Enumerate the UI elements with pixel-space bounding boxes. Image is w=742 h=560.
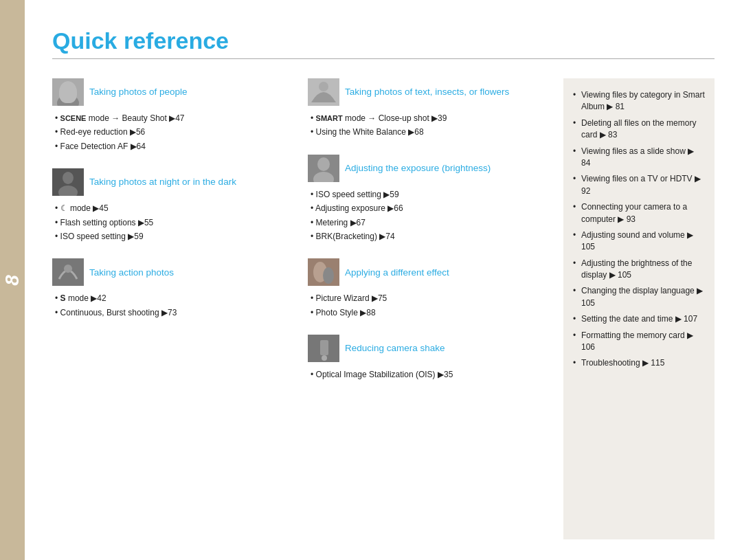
list-item: Optical Image Stabilization (OIS) ▶35: [311, 368, 550, 381]
svg-point-15: [323, 267, 334, 284]
section-exposure-items: ISO speed setting ▶59 Adjusting exposure…: [308, 188, 550, 244]
list-item: Setting the date and time ▶ 107: [573, 313, 705, 325]
list-item: ☾ mode ▶45: [55, 201, 294, 215]
svg-rect-0: [52, 78, 84, 106]
list-item: Continuous, Burst shooting ▶73: [55, 306, 294, 320]
section-night: Taking photos at night or in the dark ☾ …: [52, 168, 294, 243]
chapter-tab: 8: [0, 0, 25, 560]
right-panel-list: Viewing files by category in Smart Album…: [573, 89, 705, 370]
title-divider: [52, 58, 715, 59]
section-effect: Applying a different effect Picture Wiza…: [308, 258, 550, 320]
list-item: ISO speed setting ▶59: [55, 229, 294, 243]
thumb-shake: [308, 335, 339, 362]
section-insects: Taking photos of text, insects, or flowe…: [308, 78, 550, 139]
thumb-shake-img: [308, 335, 339, 362]
section-night-title: Taking photos at night or in the dark: [89, 176, 236, 188]
section-insects-items: SMART mode → Close-up shot ▶39 Using the…: [308, 111, 550, 139]
section-shake-header: Reducing camera shake: [308, 335, 550, 362]
list-item: Picture Wizard ▶75: [311, 291, 550, 305]
page-title: Quick reference: [52, 27, 715, 54]
section-exposure: Adjusting the exposure (brightness) ISO …: [308, 155, 550, 244]
list-item: SMART mode → Close-up shot ▶39: [311, 111, 550, 125]
list-item: Face Detection AF ▶64: [55, 139, 294, 153]
svg-point-2: [57, 95, 79, 106]
section-action: Taking action photos S mode ▶42 Continuo…: [52, 258, 294, 320]
list-item: BRK(Bracketing) ▶74: [311, 229, 550, 243]
section-night-items: ☾ mode ▶45 Flash setting options ▶55 ISO…: [52, 201, 294, 243]
thumb-exposure-img: [308, 155, 339, 182]
section-people: Taking photos of people SCENE mode → Bea…: [52, 78, 294, 153]
list-item: Using the White Balance ▶68: [311, 125, 550, 139]
thumb-exposure: [308, 155, 339, 182]
thumb-night-img: [52, 168, 84, 196]
list-item: Troubleshooting ▶ 115: [573, 357, 705, 369]
thumb-insects: [308, 78, 339, 106]
section-effect-header: Applying a different effect: [308, 258, 550, 286]
list-item: Viewing files by category in Smart Album…: [573, 89, 705, 113]
svg-point-1: [62, 81, 74, 95]
list-item: Changing the display language ▶ 105: [573, 285, 705, 309]
section-people-title: Taking photos of people: [89, 86, 188, 98]
column-2: Taking photos of text, insects, or flowe…: [308, 78, 563, 539]
thumb-people-img: [52, 78, 84, 106]
list-item: Deleting all files on the memory card ▶ …: [573, 117, 705, 142]
main-content: Quick reference Taki: [25, 0, 742, 560]
list-item: ISO speed setting ▶59: [311, 188, 550, 201]
thumb-effect-img: [308, 258, 339, 286]
svg-point-9: [319, 82, 328, 91]
svg-point-18: [322, 355, 327, 361]
column-1: Taking photos of people SCENE mode → Bea…: [52, 78, 308, 539]
section-people-header: Taking photos of people: [52, 78, 294, 106]
list-item: Viewing files as a slide show ▶ 84: [573, 146, 705, 170]
svg-point-7: [64, 265, 72, 273]
thumb-insects-img: [308, 78, 339, 106]
list-item: Red-eye reduction ▶56: [55, 125, 294, 139]
section-action-items: S mode ▶42 Continuous, Burst shooting ▶7…: [52, 291, 294, 320]
svg-point-4: [63, 172, 74, 184]
section-action-title: Taking action photos: [89, 267, 174, 279]
list-item: Formatting the memory card ▶ 106: [573, 330, 705, 354]
chapter-number: 8: [1, 275, 23, 286]
svg-rect-17: [320, 340, 328, 355]
section-shake-title: Reducing camera shake: [345, 342, 445, 355]
section-people-items: SCENE mode → Beauty Shot ▶47 Red-eye red…: [52, 111, 294, 153]
thumb-people: [52, 78, 84, 106]
list-item: Metering ▶67: [311, 216, 550, 229]
list-item: Photo Style ▶88: [311, 306, 550, 320]
section-shake-items: Optical Image Stabilization (OIS) ▶35: [308, 368, 550, 381]
section-insects-title: Taking photos of text, insects, or flowe…: [345, 86, 509, 98]
list-item: Adjusting exposure ▶66: [311, 201, 550, 215]
section-shake: Reducing camera shake Optical Image Stab…: [308, 335, 550, 381]
list-item: S mode ▶42: [55, 291, 294, 305]
section-exposure-title: Adjusting the exposure (brightness): [345, 162, 491, 175]
list-item: Adjusting the brightness of the display …: [573, 258, 705, 282]
section-effect-title: Applying a different effect: [345, 267, 449, 279]
content-columns: Taking photos of people SCENE mode → Bea…: [52, 78, 715, 539]
svg-point-11: [317, 157, 330, 171]
section-effect-items: Picture Wizard ▶75 Photo Style ▶88: [308, 291, 550, 320]
thumb-night: [52, 168, 84, 196]
section-insects-header: Taking photos of text, insects, or flowe…: [308, 78, 550, 106]
list-item: Connecting your camera to a computer ▶ 9…: [573, 201, 705, 225]
thumb-action: [52, 258, 84, 286]
section-exposure-header: Adjusting the exposure (brightness): [308, 155, 550, 182]
list-item: SCENE mode → Beauty Shot ▶47: [55, 111, 294, 125]
list-item: Adjusting sound and volume ▶ 105: [573, 229, 705, 254]
list-item: Flash setting options ▶55: [55, 216, 294, 229]
section-action-header: Taking action photos: [52, 258, 294, 286]
list-item: Viewing files on a TV or HDTV ▶ 92: [573, 173, 705, 197]
thumb-action-img: [52, 258, 84, 286]
column-3-panel: Viewing files by category in Smart Album…: [563, 78, 715, 539]
thumb-effect: [308, 258, 339, 286]
section-night-header: Taking photos at night or in the dark: [52, 168, 294, 196]
